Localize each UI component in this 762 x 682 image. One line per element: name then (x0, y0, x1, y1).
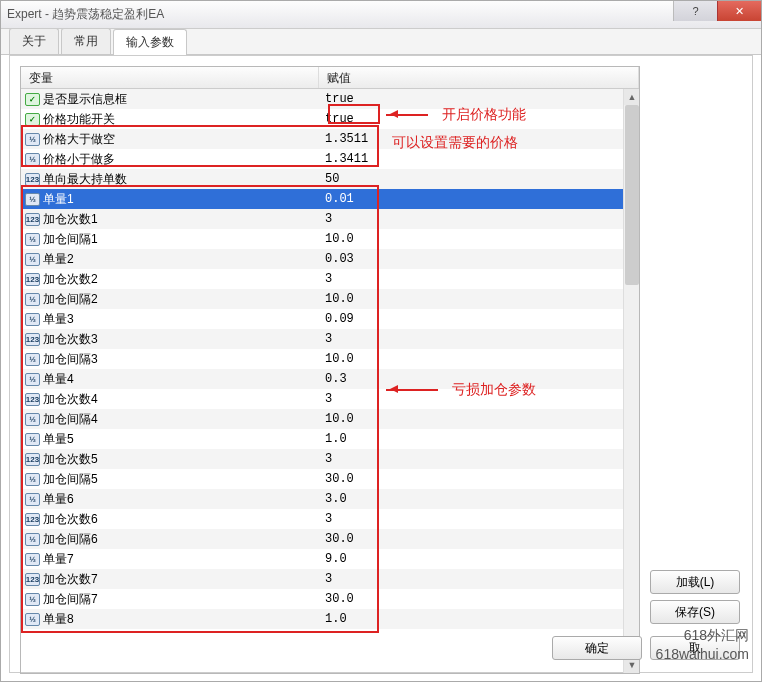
table-row[interactable]: ½加仓间隔530.0 (21, 469, 623, 489)
ok-button[interactable]: 确定 (552, 636, 642, 660)
table-row[interactable]: 123加仓次数43 (21, 389, 623, 409)
list-body[interactable]: ✓是否显示信息框true✓价格功能开关true½价格大于做空1.3511½价格小… (21, 89, 623, 673)
cell-variable-name: ½加仓间隔7 (21, 591, 319, 608)
cell-variable-name: 123加仓次数7 (21, 571, 319, 588)
save-button[interactable]: 保存(S) (650, 600, 740, 624)
dbl-type-icon: ½ (25, 613, 40, 626)
table-row[interactable]: ½单量79.0 (21, 549, 623, 569)
titlebar[interactable]: Expert - 趋势震荡稳定盈利EA ? ✕ (1, 1, 761, 29)
bottom-buttons: 确定 取 (552, 636, 740, 660)
column-header-value[interactable]: 赋值 (319, 67, 639, 88)
table-row[interactable]: ½单量51.0 (21, 429, 623, 449)
cell-value[interactable]: 3.0 (319, 492, 623, 506)
vertical-scrollbar[interactable]: ▲ ▼ (623, 89, 639, 673)
variable-label: 加仓次数2 (43, 271, 98, 288)
dbl-type-icon: ½ (25, 473, 40, 486)
table-row[interactable]: ½加仓间隔310.0 (21, 349, 623, 369)
cell-value[interactable]: 0.01 (319, 192, 623, 206)
cell-value[interactable]: 30.0 (319, 472, 623, 486)
cell-variable-name: 123加仓次数3 (21, 331, 319, 348)
dbl-type-icon: ½ (25, 433, 40, 446)
table-row[interactable]: ½加仓间隔210.0 (21, 289, 623, 309)
table-row[interactable]: ✓价格功能开关true (21, 109, 623, 129)
cell-value[interactable]: 1.3511 (319, 132, 623, 146)
dbl-type-icon: ½ (25, 593, 40, 606)
cell-variable-name: ½单量1 (21, 191, 319, 208)
table-row[interactable]: 123单向最大持单数50 (21, 169, 623, 189)
tab-inputs[interactable]: 输入参数 (113, 29, 187, 55)
table-row[interactable]: ½价格小于做多1.3411 (21, 149, 623, 169)
cell-value[interactable]: 0.09 (319, 312, 623, 326)
table-row[interactable]: 123加仓次数33 (21, 329, 623, 349)
cell-value[interactable]: 0.03 (319, 252, 623, 266)
cell-value[interactable]: 10.0 (319, 352, 623, 366)
column-header-name[interactable]: 变量 (21, 67, 319, 88)
scroll-thumb[interactable] (625, 105, 639, 285)
int-type-icon: 123 (25, 453, 40, 466)
tab-about[interactable]: 关于 (9, 28, 59, 54)
cell-value[interactable]: 3 (319, 512, 623, 526)
cell-value[interactable]: 3 (319, 452, 623, 466)
variable-label: 单量2 (43, 251, 74, 268)
cell-value[interactable]: 10.0 (319, 292, 623, 306)
table-row[interactable]: 123加仓次数63 (21, 509, 623, 529)
variable-label: 单量6 (43, 491, 74, 508)
table-row[interactable]: ½加仓间隔730.0 (21, 589, 623, 609)
cell-value[interactable]: 0.3 (319, 372, 623, 386)
variable-label: 加仓间隔3 (43, 351, 98, 368)
table-row[interactable]: ½加仓间隔410.0 (21, 409, 623, 429)
table-row[interactable]: ✓是否显示信息框true (21, 89, 623, 109)
table-row[interactable]: ½单量81.0 (21, 609, 623, 629)
cell-value[interactable]: 10.0 (319, 412, 623, 426)
cell-value[interactable]: 3 (319, 572, 623, 586)
dbl-type-icon: ½ (25, 293, 40, 306)
cell-value[interactable]: 3 (319, 332, 623, 346)
table-row[interactable]: 123加仓次数23 (21, 269, 623, 289)
cell-value[interactable]: 3 (319, 272, 623, 286)
table-row[interactable]: 123加仓次数13 (21, 209, 623, 229)
table-row[interactable]: ½单量10.01 (21, 189, 623, 209)
cell-value[interactable]: 10.0 (319, 232, 623, 246)
int-type-icon: 123 (25, 573, 40, 586)
dbl-type-icon: ½ (25, 553, 40, 566)
tab-common[interactable]: 常用 (61, 28, 111, 54)
load-button[interactable]: 加载(L) (650, 570, 740, 594)
table-row[interactable]: ½价格大于做空1.3511 (21, 129, 623, 149)
cell-value[interactable]: 1.0 (319, 612, 623, 626)
table-row[interactable]: 123加仓次数53 (21, 449, 623, 469)
cell-variable-name: ½单量2 (21, 251, 319, 268)
list-header: 变量 赋值 (21, 67, 639, 89)
variable-label: 加仓间隔7 (43, 591, 98, 608)
cell-value[interactable]: 3 (319, 212, 623, 226)
cell-value[interactable]: true (319, 112, 623, 126)
scroll-up-icon[interactable]: ▲ (624, 89, 640, 105)
cell-value[interactable]: true (319, 92, 623, 106)
variable-label: 加仓间隔1 (43, 231, 98, 248)
cell-value[interactable]: 1.0 (319, 432, 623, 446)
table-row[interactable]: ½单量20.03 (21, 249, 623, 269)
table-row[interactable]: ½单量40.3 (21, 369, 623, 389)
variable-label: 加仓间隔5 (43, 471, 98, 488)
cell-value[interactable]: 9.0 (319, 552, 623, 566)
cell-value[interactable]: 3 (319, 392, 623, 406)
cell-value[interactable]: 1.3411 (319, 152, 623, 166)
tab-strip: 关于 常用 输入参数 (1, 29, 761, 55)
cell-value[interactable]: 30.0 (319, 592, 623, 606)
minimize-button[interactable]: ? (673, 1, 717, 21)
variable-label: 单量4 (43, 371, 74, 388)
dbl-type-icon: ½ (25, 133, 40, 146)
cell-value[interactable]: 50 (319, 172, 623, 186)
table-row[interactable]: ½单量63.0 (21, 489, 623, 509)
variable-label: 加仓次数4 (43, 391, 98, 408)
cell-value[interactable]: 30.0 (319, 532, 623, 546)
table-row[interactable]: ½加仓间隔110.0 (21, 229, 623, 249)
dbl-type-icon: ½ (25, 233, 40, 246)
table-row[interactable]: ½加仓间隔630.0 (21, 529, 623, 549)
cell-variable-name: ½加仓间隔2 (21, 291, 319, 308)
close-button[interactable]: ✕ (717, 1, 761, 21)
cancel-button[interactable]: 取 (650, 636, 740, 660)
variable-label: 加仓间隔4 (43, 411, 98, 428)
table-row[interactable]: ½单量30.09 (21, 309, 623, 329)
dbl-type-icon: ½ (25, 373, 40, 386)
table-row[interactable]: 123加仓次数73 (21, 569, 623, 589)
